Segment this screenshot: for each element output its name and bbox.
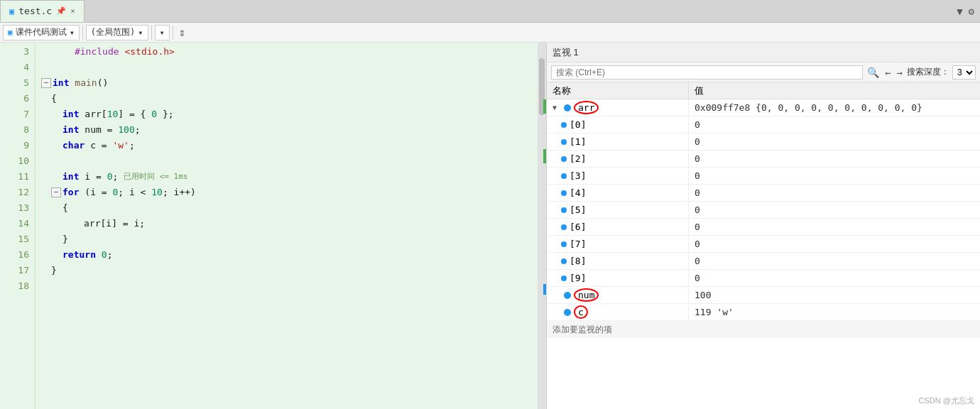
watch-dot-num: [564, 292, 571, 299]
watch-row-arr-5[interactable]: [5] 0: [547, 202, 980, 219]
watch-cell-c-name: ▶ c: [547, 304, 689, 320]
watch-row-arr-8[interactable]: [8] 0: [547, 253, 980, 270]
code-line-7: int arr[ 10 ] = { 0 };: [41, 107, 538, 122]
code-toolbar: ▣ 课件代码测试 ▾ (全局范围) ▾ ▾ ⇕: [0, 23, 980, 43]
toolbar-separator-1: [82, 26, 83, 40]
watch-row-num[interactable]: ▶ num 100: [547, 287, 980, 304]
watch-dot-arr0: [561, 122, 567, 128]
watch-cell-arr6-name: [6]: [547, 219, 689, 235]
watch-cell-num-name: ▶ num: [547, 287, 689, 303]
watch-cell-arr4-name: [4]: [547, 185, 689, 201]
watch-row-arr-6[interactable]: [6] 0: [547, 219, 980, 236]
watch-cell-arr6-value: 0: [689, 219, 980, 235]
watch-cell-arr1-value: 0: [689, 133, 980, 150]
line-num-9: 9: [0, 138, 29, 153]
line-num-15: 15: [0, 231, 29, 247]
watch-row-arr-0[interactable]: [0] 0: [547, 116, 980, 133]
watch-col-name-header: 名称: [547, 82, 689, 99]
watch-cell-arr2-name: [2]: [547, 151, 689, 167]
search-prev-icon[interactable]: ←: [883, 67, 892, 78]
settings-icon[interactable]: ⚙: [969, 6, 974, 17]
close-icon[interactable]: ×: [70, 6, 75, 16]
pin-icon[interactable]: 📌: [56, 6, 66, 16]
code-line-17: }: [41, 263, 538, 278]
watch-row-arr-2[interactable]: [2] 0: [547, 151, 980, 168]
watch-dot-arr6: [561, 224, 567, 230]
code-line-3: #include <stdio.h>: [41, 44, 538, 60]
scope-dropdown[interactable]: ▣ 课件代码测试 ▾: [3, 25, 80, 40]
range-dropdown-arrow[interactable]: ▾: [138, 28, 143, 38]
watch-row-c[interactable]: ▶ c 119 'w': [547, 304, 980, 321]
code-line-8: int num = 100 ;: [41, 122, 538, 138]
line-num-12: 12: [0, 185, 29, 200]
watch-search-bar: 🔍 ← → 搜索深度： 3 1 2 4 5: [547, 62, 980, 82]
watch-cell-arr0-name: [0]: [547, 116, 689, 133]
expand-icon-arr[interactable]: ▼: [552, 104, 561, 111]
main-area: 3 4 5 6 7 8 9 10 11 12 13 14 15 16 17 18: [0, 43, 980, 409]
watch-panel: 监视 1 🔍 ← → 搜索深度： 3 1 2 4 5 名称 值: [547, 43, 980, 409]
watch-cell-arr9-name: [9]: [547, 270, 689, 286]
code-line-15: }: [41, 231, 538, 247]
code-line-13: {: [41, 200, 538, 216]
watch-dot-arr8: [561, 258, 567, 264]
tab-filename: test.c: [18, 6, 52, 16]
watch-dot-arr7: [561, 241, 567, 247]
extra-dropdown[interactable]: ▾: [155, 25, 170, 40]
code-line-16: return 0 ;: [41, 247, 538, 263]
code-line-12: − for (i = 0 ; i < 10 ; i++): [41, 185, 538, 200]
watch-add-row[interactable]: 添加要监视的项: [547, 321, 980, 338]
watch-dot-arr3: [561, 173, 567, 179]
line-num-11: 11: [0, 169, 29, 185]
num-name-highlight: num: [574, 288, 599, 302]
code-lines: #include <stdio.h> − int main () {: [36, 43, 538, 409]
tab-bar: ▣ test.c 📌 × ▼ ⚙: [0, 0, 980, 23]
watch-cell-arr8-name: [8]: [547, 253, 689, 269]
extra-dropdown-arrow[interactable]: ▾: [160, 28, 165, 38]
vertical-scrollbar[interactable]: [538, 43, 546, 409]
line-num-18: 18: [0, 278, 29, 294]
search-next-icon[interactable]: →: [895, 67, 904, 78]
toolbar-separator-3: [173, 26, 173, 40]
scope-dropdown-arrow[interactable]: ▾: [70, 28, 75, 38]
watch-dot-arr1: [561, 139, 567, 145]
scope-label: 课件代码测试: [16, 26, 67, 38]
watch-cell-c-value: 119 'w': [689, 304, 980, 320]
range-label: (全局范围): [91, 26, 135, 38]
scrollbar-blue: [543, 284, 546, 295]
watch-row-arr-1[interactable]: [1] 0: [547, 133, 980, 151]
collapse-btn-12[interactable]: −: [51, 187, 61, 197]
watch-row-arr-9[interactable]: [9] 0: [547, 270, 980, 287]
line-num-7: 7: [0, 107, 29, 122]
watch-cell-arr-name: ▼ arr: [547, 99, 689, 116]
line-num-6: 6: [0, 91, 29, 107]
tab-bar-right: ▼ ⚙: [957, 6, 980, 17]
watch-table: ▼ arr 0x009ff7e8 {0, 0, 0, 0, 0, 0, 0, 0…: [547, 99, 980, 409]
line-numbers: 3 4 5 6 7 8 9 10 11 12 13 14 15 16 17 18: [0, 43, 36, 409]
watch-cell-arr3-value: 0: [689, 168, 980, 184]
search-icon[interactable]: 🔍: [866, 67, 881, 78]
active-tab[interactable]: ▣ test.c 📌 ×: [0, 0, 85, 22]
search-depth-select[interactable]: 3 1 2 4 5: [952, 65, 976, 80]
code-line-18: [41, 278, 538, 294]
range-dropdown[interactable]: (全局范围) ▾: [86, 25, 148, 40]
watch-search-input[interactable]: [551, 65, 863, 80]
watch-row-arr[interactable]: ▼ arr 0x009ff7e8 {0, 0, 0, 0, 0, 0, 0, 0…: [547, 99, 980, 116]
watch-col-value-header: 值: [689, 82, 980, 99]
collapse-btn-5[interactable]: −: [41, 78, 51, 88]
watch-row-arr-4[interactable]: [4] 0: [547, 185, 980, 202]
watch-row-arr-7[interactable]: [7] 0: [547, 236, 980, 253]
watch-header: 监视 1: [547, 43, 980, 62]
watch-cell-arr0-value: 0: [689, 116, 980, 133]
watch-row-arr-3[interactable]: [3] 0: [547, 168, 980, 185]
code-line-4: [41, 60, 538, 75]
code-line-5: − int main (): [41, 75, 538, 91]
code-content: 3 4 5 6 7 8 9 10 11 12 13 14 15 16 17 18: [0, 43, 546, 409]
code-editor: 3 4 5 6 7 8 9 10 11 12 13 14 15 16 17 18: [0, 43, 547, 409]
search-depth-label: 搜索深度：: [907, 66, 949, 78]
line-num-14: 14: [0, 216, 29, 231]
c-name-highlight: c: [574, 305, 588, 319]
watch-cell-arr4-value: 0: [689, 185, 980, 201]
split-icon[interactable]: ⇕: [176, 26, 189, 39]
dropdown-icon[interactable]: ▼: [957, 6, 962, 17]
arr-name-highlight: arr: [574, 101, 599, 114]
